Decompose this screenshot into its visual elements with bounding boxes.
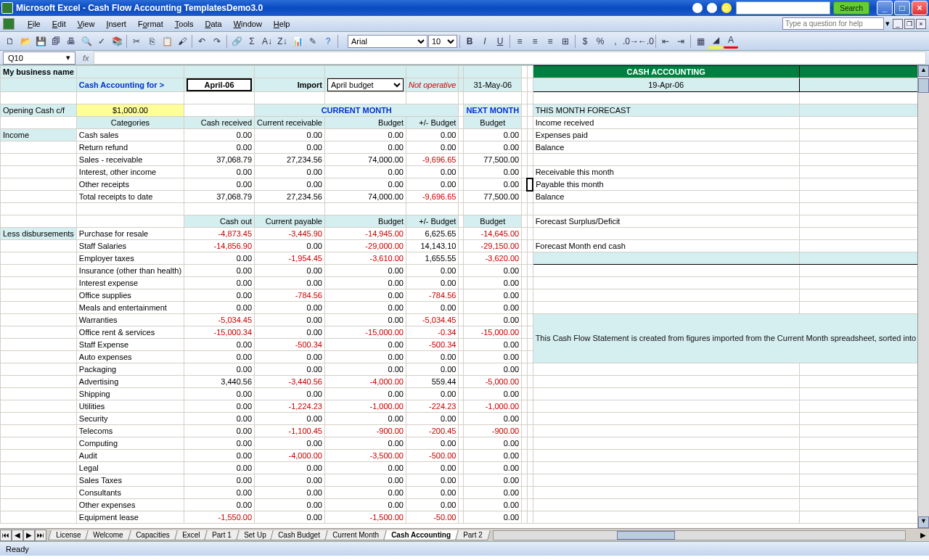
cell[interactable]: -29,000.00: [324, 240, 406, 252]
sheet-tab[interactable]: Part 2: [455, 530, 490, 540]
cell[interactable]: [459, 351, 464, 363]
cell[interactable]: 37,068.79: [184, 154, 255, 166]
cell[interactable]: [459, 92, 464, 104]
cell[interactable]: 0.00: [406, 277, 458, 289]
cell[interactable]: 0.00: [324, 413, 406, 425]
cell[interactable]: CASH ACCOUNTING: [533, 66, 799, 78]
cell[interactable]: THIS MONTH FORECAST: [533, 104, 799, 117]
cell[interactable]: -900.00: [324, 425, 406, 437]
cell[interactable]: [255, 92, 325, 104]
cell[interactable]: [533, 400, 799, 413]
cell[interactable]: [406, 66, 458, 78]
cell[interactable]: [522, 277, 528, 289]
cell[interactable]: [464, 203, 522, 215]
cell[interactable]: [527, 92, 533, 104]
cell[interactable]: [1, 388, 77, 400]
cell[interactable]: [522, 154, 528, 166]
cell[interactable]: 31-May-06: [464, 78, 522, 92]
cell[interactable]: [459, 462, 464, 474]
cell[interactable]: 4,284.07: [799, 191, 929, 203]
cell[interactable]: [533, 474, 799, 487]
cell[interactable]: [324, 92, 406, 104]
cell[interactable]: 27,234.56: [255, 154, 325, 166]
new-icon[interactable]: 🗋: [3, 34, 17, 49]
cell[interactable]: [522, 450, 528, 462]
cell[interactable]: [1, 499, 77, 511]
percent-icon[interactable]: %: [593, 34, 607, 49]
cell[interactable]: [799, 388, 929, 400]
cell[interactable]: -15,000.00: [324, 326, 406, 339]
cell[interactable]: 0.00: [184, 474, 255, 487]
preview-icon[interactable]: 🔍: [79, 34, 94, 49]
cell[interactable]: -3,610.00: [324, 252, 406, 265]
cell[interactable]: 0.00: [255, 240, 325, 252]
cell[interactable]: [522, 400, 528, 413]
cell[interactable]: 0.00: [184, 413, 255, 425]
cell[interactable]: 0.00: [184, 166, 255, 178]
cell[interactable]: 0.00: [184, 363, 255, 376]
cell[interactable]: +/- Budget: [406, 215, 458, 228]
cell[interactable]: [522, 511, 528, 524]
cell[interactable]: [522, 92, 528, 104]
cell[interactable]: 0.00: [255, 474, 325, 487]
cell[interactable]: [527, 400, 533, 413]
cell[interactable]: 0.00: [184, 302, 255, 314]
cell[interactable]: 0.00: [184, 487, 255, 499]
cell[interactable]: [459, 499, 464, 511]
cell[interactable]: [527, 499, 533, 511]
cell[interactable]: [799, 474, 929, 487]
cell[interactable]: [799, 277, 929, 289]
cell[interactable]: [533, 376, 799, 388]
font-color-icon[interactable]: A: [724, 34, 738, 49]
cell[interactable]: [799, 487, 929, 499]
cell[interactable]: [1, 351, 77, 363]
cell[interactable]: [522, 117, 528, 129]
cell[interactable]: 0.00: [184, 351, 255, 363]
cell[interactable]: [459, 425, 464, 437]
fill-color-icon[interactable]: ◢: [708, 34, 723, 49]
cell[interactable]: 0.00: [464, 277, 522, 289]
cell[interactable]: [533, 265, 799, 277]
cell[interactable]: 0.00: [255, 129, 325, 141]
cell[interactable]: [533, 388, 799, 400]
cell[interactable]: 0.00: [324, 499, 406, 511]
cell[interactable]: 0.00: [406, 265, 458, 277]
cell[interactable]: Audit: [76, 450, 184, 462]
menu-edit[interactable]: Edit: [46, 18, 72, 30]
cell[interactable]: [406, 92, 458, 104]
cell[interactable]: 0.00: [464, 413, 522, 425]
cell[interactable]: 0.00: [406, 437, 458, 450]
cell[interactable]: [459, 450, 464, 462]
cell[interactable]: 0.00: [406, 474, 458, 487]
cell[interactable]: 0.00: [464, 351, 522, 363]
cell[interactable]: -1,224.23: [255, 400, 325, 413]
cell[interactable]: [799, 66, 929, 78]
cell[interactable]: [459, 302, 464, 314]
cell[interactable]: Cash sales: [76, 129, 184, 141]
cell[interactable]: [459, 66, 464, 78]
cell[interactable]: -14,645.00: [464, 228, 522, 240]
cell[interactable]: [1, 117, 77, 129]
cell[interactable]: [527, 326, 533, 339]
cell[interactable]: [527, 511, 533, 524]
cell[interactable]: [522, 302, 528, 314]
cell[interactable]: [533, 462, 799, 474]
cell[interactable]: [527, 388, 533, 400]
cell[interactable]: 0.00: [464, 388, 522, 400]
cell[interactable]: Opening Cash c/f: [1, 104, 77, 117]
cell[interactable]: [799, 289, 929, 302]
cell[interactable]: [527, 363, 533, 376]
cell[interactable]: 0.00: [324, 388, 406, 400]
tab-next-icon[interactable]: ▶: [23, 530, 35, 541]
cell[interactable]: 0.00: [464, 265, 522, 277]
cell[interactable]: Less disbursements: [1, 228, 77, 240]
cell[interactable]: Forecast Surplus/Deficit: [533, 215, 799, 228]
cell[interactable]: 37,068.79: [184, 191, 255, 203]
cell[interactable]: 0.00: [255, 499, 325, 511]
cell[interactable]: -5,034.45: [406, 314, 458, 326]
cell[interactable]: [527, 166, 533, 178]
cut-icon[interactable]: ✂: [129, 34, 144, 49]
cell[interactable]: [522, 66, 528, 78]
cell[interactable]: [1, 178, 77, 191]
cell[interactable]: [459, 388, 464, 400]
